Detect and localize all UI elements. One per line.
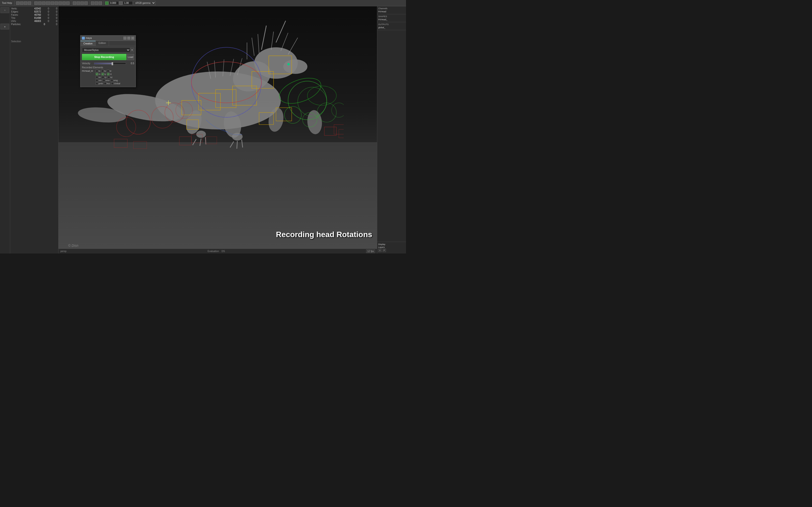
input-device-dropdown[interactable]: Mouse/Stylus (82, 48, 130, 52)
hcc-cb-box[interactable] (104, 82, 106, 85)
toolbar-icon-20[interactable] (99, 1, 102, 5)
ty-checkbox[interactable]: ty (101, 70, 106, 72)
toolbar-icon-15[interactable] (77, 1, 80, 5)
stats-panel: Verts: 42042 0 0 Edges: 82572 0 0 Faces:… (10, 6, 58, 253)
tab-edition[interactable]: Edition (96, 41, 109, 46)
right-panel: Channels FKHead SHAPES FKHead_ OUTPUTS g… (377, 6, 406, 253)
dialog-title-left: maya (82, 37, 92, 40)
color-space-dropdown[interactable]: sRGB gamma (133, 1, 156, 5)
ry-cb-box[interactable]: ✓ (101, 73, 104, 75)
omx-cb-box[interactable] (103, 79, 105, 81)
tx-group: tx ty tz (96, 70, 111, 72)
sy-checkbox[interactable]: ry (102, 76, 107, 78)
svg-point-27 (232, 133, 243, 140)
disney-logo: © Disn (68, 243, 78, 247)
bottom-bar: persp Evaluation DS 12 fps (58, 249, 377, 253)
fps-badge: 12 fps (366, 249, 375, 253)
toolbar-icon-3[interactable] (24, 1, 27, 5)
hcc-checkbox[interactable]: hcc (104, 82, 110, 85)
toolbar-icon-8[interactable] (46, 1, 50, 5)
toolbar-icon-11[interactable] (58, 1, 62, 5)
pmb-row: pmb hcc Global (82, 82, 134, 85)
omx-checkbox[interactable]: omx (103, 79, 110, 81)
toolbar-icon-10[interactable] (55, 1, 58, 5)
right-bottom: Display Layers V P (377, 242, 406, 253)
dropdown-arrow-icon[interactable]: ▼ (130, 48, 134, 52)
sx-group: sx ry sz (96, 76, 113, 78)
toolbar-icon-2[interactable] (20, 1, 23, 5)
tz-label: tz (110, 70, 111, 72)
tz-checkbox[interactable]: tz (107, 70, 111, 72)
tab-creation[interactable]: Creation (81, 41, 96, 46)
svg-line-11 (271, 32, 273, 50)
load-button[interactable]: Load (127, 54, 134, 60)
toolbar-value-1[interactable] (109, 1, 119, 5)
maya-icon (82, 37, 85, 40)
global-checkbox[interactable]: Global (111, 82, 120, 85)
pmb-cb-box[interactable] (96, 82, 98, 85)
svg-point-32 (306, 110, 323, 135)
toolbar-icon-18[interactable] (91, 1, 94, 5)
maximize-button[interactable]: □ (128, 37, 130, 40)
global-item[interactable]: global_ (378, 26, 405, 29)
om-cb-box[interactable] (96, 79, 98, 81)
rz-cb-box[interactable]: ✓ (107, 73, 109, 75)
rz-checkbox[interactable]: ✓ rz (107, 73, 112, 75)
fkhead2-item[interactable]: FKHead_ (378, 18, 405, 21)
close-button[interactable]: × (131, 37, 134, 40)
toolbar-icon-19[interactable] (95, 1, 98, 5)
tris-val3: 0 (50, 17, 57, 19)
toolbar-icon-5[interactable] (34, 1, 38, 5)
sx-cb-box[interactable] (96, 76, 98, 78)
ty-cb-box[interactable] (101, 70, 104, 72)
v-button[interactable]: V (378, 249, 382, 252)
rx-checkbox[interactable]: ✓ rx (96, 73, 101, 75)
omg-cb-box[interactable] (111, 79, 113, 81)
om-checkbox[interactable]: om (96, 79, 102, 81)
velocity-slider-thumb[interactable] (112, 62, 113, 65)
toolbar-icon-9[interactable] (51, 1, 54, 5)
layers-item[interactable]: Layers (378, 246, 405, 249)
toolbar-icon-21[interactable] (119, 1, 122, 5)
global-cb-box[interactable] (111, 82, 114, 85)
toolbar-icon-7[interactable] (42, 1, 45, 5)
toolbar-icon-1[interactable] (16, 1, 19, 5)
toolbar-icon-4[interactable] (28, 1, 31, 5)
left-panel-btn-1[interactable]: 9 (0, 7, 9, 13)
velocity-slider-fill (94, 63, 112, 64)
toolbar-icon-6[interactable] (38, 1, 42, 5)
stats-row-particles: Particles: 0 0 (11, 23, 57, 25)
display-item[interactable]: Display (378, 243, 405, 246)
sz-checkbox[interactable]: sz (108, 76, 113, 78)
ry-checkbox[interactable]: ✓ ry (101, 73, 106, 75)
fkhead-item[interactable]: FKHead (378, 10, 405, 13)
toolbar-icon-17[interactable] (84, 1, 88, 5)
tx-cb-box[interactable] (96, 70, 98, 72)
toolbar-icon-16[interactable] (81, 1, 84, 5)
omg-checkbox[interactable]: omg (111, 79, 118, 81)
sy-cb-box[interactable] (102, 76, 104, 78)
stop-recording-button[interactable]: Stop Recording (82, 54, 126, 60)
toolbar-icon-13[interactable] (66, 1, 69, 5)
tx-checkbox[interactable]: tx (96, 70, 100, 72)
velocity-slider[interactable] (94, 62, 126, 64)
sx-checkbox[interactable]: sx (96, 76, 101, 78)
p-button[interactable]: P (383, 249, 386, 252)
tool-help-label: Tool Help (1, 1, 13, 5)
pmb-checkbox[interactable]: pmb (96, 82, 103, 85)
toolbar-sep-1 (14, 1, 15, 5)
sz-cb-box[interactable] (108, 76, 110, 78)
tz-cb-box[interactable] (107, 70, 109, 72)
toolbar-value-2[interactable] (123, 1, 133, 5)
maya-dialog-titlebar: maya – □ × (81, 36, 136, 41)
toolbar-icon-14[interactable] (73, 1, 76, 5)
toolbar-icon-green[interactable] (105, 1, 108, 5)
tris-val2: 0 (42, 17, 49, 19)
minimize-button[interactable]: – (123, 37, 126, 40)
rx-cb-box[interactable]: ✓ (96, 73, 98, 75)
selection-btn[interactable]: ◈ (0, 24, 9, 30)
toolbar-icon-12[interactable] (62, 1, 66, 5)
viewport[interactable]: maya – □ × Creation Edition (58, 6, 377, 253)
evaluation-label: Evaluation DS (70, 250, 362, 252)
edges-label: Edges: (11, 10, 28, 13)
